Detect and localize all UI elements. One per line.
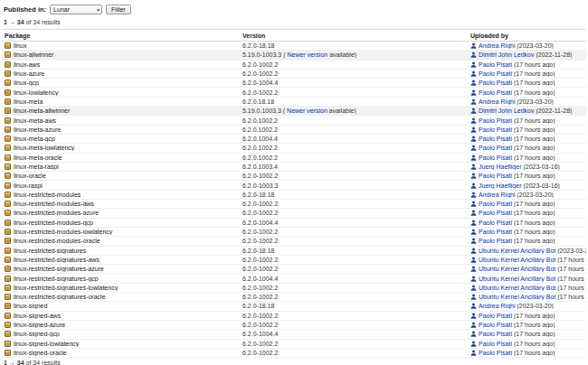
table-row[interactable]: linux-gcp 6.2.0-1004.4 Paolo Pisati (17 … [2, 79, 586, 88]
uploader-link[interactable]: Paolo Pisati [479, 322, 512, 328]
uploader-link[interactable]: Ubuntu Kernel Ancillary Bot [479, 276, 555, 282]
package-link[interactable]: linux-restricted-modules-gcp [14, 220, 93, 226]
table-row[interactable]: linux-restricted-modules-gcp 6.2.0-1004.… [2, 219, 586, 228]
table-row[interactable]: linux-oracle 6.2.0-1002.2 Paolo Pisati (… [2, 172, 586, 181]
table-row[interactable]: linux-meta-allwinner 5.19.0.1003.3 ( New… [2, 107, 586, 116]
table-row[interactable]: linux-lowlatency 6.2.0-1002.2 Paolo Pisa… [2, 88, 586, 97]
uploader-link[interactable]: Andrea Righi [479, 42, 515, 49]
package-link[interactable]: linux-restricted-modules-oracle [14, 238, 100, 244]
package-link[interactable]: linux-meta-oracle [14, 154, 62, 161]
package-link[interactable]: linux-signed [14, 303, 47, 309]
package-link[interactable]: linux-restricted-modules [14, 192, 81, 198]
package-link[interactable]: linux-meta-azure [14, 126, 61, 133]
package-link[interactable]: linux-azure [14, 70, 44, 77]
package-link[interactable]: linux-restricted-signatures [14, 248, 86, 254]
filter-button[interactable]: Filter [106, 5, 131, 14]
package-link[interactable]: linux-signed-oracle [14, 350, 67, 356]
table-row[interactable]: linux-meta-aws 6.2.0.1002.2 Paolo Pisati… [2, 116, 586, 125]
uploader-link[interactable]: Paolo Pisati [479, 89, 512, 96]
uploader-link[interactable]: Ubuntu Kernel Ancillary Bot [479, 266, 555, 272]
uploader-link[interactable]: Paolo Pisati [479, 229, 512, 235]
table-row[interactable]: linux-restricted-modules 6.2.0-18.18 And… [2, 191, 586, 200]
uploader-link[interactable]: Dimitri John Ledkov [479, 108, 534, 114]
uploader-link[interactable]: Andrea Righi [479, 98, 515, 105]
uploader-link[interactable]: Paolo Pisati [479, 61, 512, 68]
table-row[interactable]: linux-allwinner 5.19.0-1003.3 ( Newer ve… [2, 51, 586, 60]
package-link[interactable]: linux-meta-allwinner [14, 108, 70, 114]
table-row[interactable]: linux-restricted-signatures-oracle 6.2.0… [2, 293, 586, 302]
table-row[interactable]: linux-signed-gcp 6.2.0-1004.4 Paolo Pisa… [2, 330, 586, 339]
uploader-link[interactable]: Paolo Pisati [479, 238, 512, 244]
uploader-link[interactable]: Paolo Pisati [479, 220, 512, 226]
package-link[interactable]: linux-restricted-signatures-gcp [14, 276, 99, 282]
uploader-link[interactable]: Ubuntu Kernel Ancillary Bot [479, 294, 555, 300]
package-link[interactable]: linux-raspi [14, 182, 43, 189]
package-link[interactable]: linux-lowlatency [14, 89, 58, 96]
uploader-link[interactable]: Dimitri John Ledkov [479, 51, 534, 58]
package-link[interactable]: linux-meta-raspi [14, 164, 59, 170]
uploader-link[interactable]: Paolo Pisati [479, 173, 512, 179]
table-row[interactable]: linux-azure 6.2.0-1002.2 Paolo Pisati (1… [2, 70, 586, 79]
table-row[interactable]: linux-meta-azure 6.2.0.1002.2 Paolo Pisa… [2, 126, 586, 135]
package-link[interactable]: linux-restricted-signatures-oracle [14, 294, 106, 300]
package-link[interactable]: linux-meta-aws [14, 117, 56, 124]
table-row[interactable]: linux-restricted-modules-aws 6.2.0-1002.… [2, 200, 586, 209]
uploader-link[interactable]: Paolo Pisati [479, 201, 512, 207]
package-link[interactable]: linux-gcp [14, 80, 39, 86]
package-link[interactable]: linux-oracle [14, 173, 46, 179]
table-row[interactable]: linux-signed 6.2.0-18.18 Andrea Righi (2… [2, 302, 586, 311]
table-row[interactable]: linux-meta-gcp 6.2.0.1004.4 Paolo Pisati… [2, 135, 586, 144]
table-row[interactable]: linux-signed-lowlatency 6.2.0-1002.2 Pao… [2, 340, 586, 349]
newer-version-link[interactable]: Newer version [287, 108, 327, 114]
package-link[interactable]: linux-aws [14, 61, 40, 68]
table-row[interactable]: linux-aws 6.2.0-1002.2 Paolo Pisati (17 … [2, 61, 586, 70]
table-row[interactable]: linux-restricted-signatures-lowlatency 6… [2, 284, 586, 293]
table-row[interactable]: linux 6.2.0-18.18 Andrea Righi (2023-03-… [2, 42, 586, 51]
package-link[interactable]: linux-restricted-signatures-azure [14, 266, 104, 272]
uploader-link[interactable]: Paolo Pisati [479, 145, 512, 151]
package-link[interactable]: linux-restricted-modules-lowlatency [14, 229, 112, 235]
package-link[interactable]: linux-meta-gcp [14, 136, 55, 142]
table-row[interactable]: linux-raspi 6.2.0-1003.3 Juerg Haefliger… [2, 181, 586, 190]
table-row[interactable]: linux-restricted-modules-oracle 6.2.0-10… [2, 237, 586, 246]
package-link[interactable]: linux-meta-lowlatency [14, 145, 74, 151]
uploader-link[interactable]: Paolo Pisati [479, 154, 512, 161]
uploader-link[interactable]: Paolo Pisati [479, 70, 512, 77]
package-link[interactable]: linux-allwinner [14, 51, 53, 58]
package-link[interactable]: linux-restricted-signatures-lowlatency [14, 285, 118, 291]
table-row[interactable]: linux-meta-lowlatency 6.2.0.1002.2 Paolo… [2, 144, 586, 153]
table-row[interactable]: linux-meta-raspi 6.2.0.1003.4 Juerg Haef… [2, 163, 586, 172]
package-link[interactable]: linux-restricted-modules-azure [14, 210, 99, 216]
newer-version-link[interactable]: Newer version [287, 51, 327, 58]
uploader-link[interactable]: Paolo Pisati [479, 350, 512, 356]
table-row[interactable]: linux-restricted-signatures-aws 6.2.0-10… [2, 256, 586, 265]
table-row[interactable]: linux-restricted-signatures-gcp 6.2.0-10… [2, 274, 586, 283]
uploader-link[interactable]: Paolo Pisati [479, 136, 512, 142]
table-row[interactable]: linux-restricted-modules-azure 6.2.0-100… [2, 209, 586, 218]
package-link[interactable]: linux-signed-aws [14, 313, 61, 319]
table-row[interactable]: linux-signed-oracle 6.2.0-1002.2 Paolo P… [2, 349, 586, 358]
package-link[interactable]: linux-meta [14, 98, 43, 105]
uploader-link[interactable]: Paolo Pisati [479, 210, 512, 216]
uploader-link[interactable]: Paolo Pisati [479, 126, 512, 133]
package-link[interactable]: linux [14, 42, 26, 49]
uploader-link[interactable]: Paolo Pisati [479, 80, 512, 86]
uploader-link[interactable]: Ubuntu Kernel Ancillary Bot [479, 248, 555, 254]
table-row[interactable]: linux-restricted-signatures 6.2.0-18.18 … [2, 247, 586, 256]
table-row[interactable]: linux-meta-oracle 6.2.0.1002.2 Paolo Pis… [2, 154, 586, 163]
uploader-link[interactable]: Andrea Righi [479, 192, 515, 198]
uploader-link[interactable]: Juerg Haefliger [479, 182, 521, 189]
package-link[interactable]: linux-restricted-signatures-aws [14, 257, 100, 263]
release-select[interactable]: Lunar ▾ [50, 5, 102, 14]
uploader-link[interactable]: Paolo Pisati [479, 341, 512, 347]
package-link[interactable]: linux-signed-azure [14, 322, 65, 328]
uploader-link[interactable]: Juerg Haefliger [479, 164, 521, 170]
uploader-link[interactable]: Paolo Pisati [479, 117, 512, 124]
package-link[interactable]: linux-restricted-modules-aws [14, 201, 94, 207]
uploader-link[interactable]: Ubuntu Kernel Ancillary Bot [479, 257, 555, 263]
table-row[interactable]: linux-signed-azure 6.2.0-1002.2 Paolo Pi… [2, 321, 586, 330]
uploader-link[interactable]: Ubuntu Kernel Ancillary Bot [479, 285, 555, 291]
table-row[interactable]: linux-meta 6.2.0.18.18 Andrea Righi (202… [2, 98, 586, 107]
table-row[interactable]: linux-signed-aws 6.2.0-1002.2 Paolo Pisa… [2, 312, 586, 321]
uploader-link[interactable]: Paolo Pisati [479, 331, 512, 337]
